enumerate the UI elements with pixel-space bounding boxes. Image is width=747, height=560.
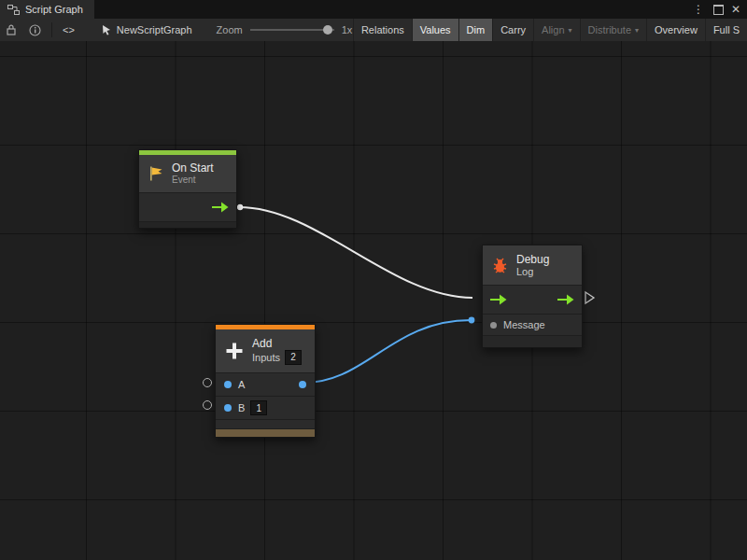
zoom-value: 1x: [342, 24, 353, 35]
graph-toolbar: <> NewScriptGraph Zoom 1x Relations Valu…: [0, 19, 747, 42]
window-menu-icon[interactable]: ⋮: [691, 4, 706, 15]
chevron-down-icon: ▾: [569, 26, 572, 35]
tab-script-graph[interactable]: Script Graph: [0, 0, 94, 19]
add-inputs-label: Inputs: [252, 352, 280, 363]
add-footer: [216, 428, 315, 437]
on-start-subtitle: Event: [172, 175, 214, 186]
wire-onstart-to-debug[interactable]: [239, 207, 472, 298]
zoom-label: Zoom: [217, 24, 243, 35]
maximize-icon[interactable]: [713, 5, 724, 15]
fullscreen-button[interactable]: Full S: [705, 19, 747, 41]
debug-flow-row: [483, 285, 582, 314]
debug-message-row: Message: [483, 314, 582, 335]
port-b-label: B: [238, 402, 245, 413]
wire-start-dot: [237, 204, 243, 210]
node-debug-log[interactable]: Debug Log Message: [482, 245, 583, 348]
graph-canvas[interactable]: On Start Event: [0, 41, 747, 560]
node-add[interactable]: Add Inputs 2 A B 1: [215, 324, 316, 438]
graph-asset[interactable]: NewScriptGraph: [102, 24, 192, 35]
title-bar: Script Graph ⋮ ✕: [0, 0, 747, 19]
wire-layer: [0, 41, 747, 560]
debug-header[interactable]: Debug Log: [483, 245, 582, 285]
debug-footer: [483, 335, 582, 347]
add-spacer: [216, 419, 315, 428]
message-port-dot[interactable]: [490, 322, 497, 329]
carry-button[interactable]: Carry: [492, 19, 533, 41]
tab-title: Script Graph: [25, 4, 83, 15]
add-inputs-count-field[interactable]: 2: [285, 350, 302, 365]
flag-icon: [148, 165, 164, 182]
flow-input-arrow-icon[interactable]: [490, 294, 507, 305]
align-dropdown[interactable]: Align ▾: [533, 19, 579, 41]
values-button[interactable]: Values: [412, 19, 458, 41]
lock-icon[interactable]: [0, 19, 22, 41]
message-port-label: Message: [503, 319, 545, 330]
on-start-footer: [139, 221, 236, 228]
flow-output-arrow-icon[interactable]: [212, 202, 229, 213]
port-a-dot[interactable]: [224, 381, 232, 388]
graph-tab-icon: [7, 5, 20, 15]
overview-button[interactable]: Overview: [646, 19, 705, 41]
port-b-dot[interactable]: [224, 404, 232, 412]
add-port-a-row: A: [216, 372, 315, 396]
graph-asset-icon: [102, 24, 112, 35]
on-start-header[interactable]: On Start Event: [139, 155, 236, 192]
add-title: Add: [252, 337, 302, 350]
toolbar-buttons: Relations Values Dim Carry Align ▾ Distr…: [353, 19, 747, 41]
port-a-literal-ring[interactable]: [203, 378, 212, 387]
toolbar-separator: [51, 22, 52, 37]
add-header[interactable]: Add Inputs 2: [216, 329, 315, 372]
zoom-slider-knob[interactable]: [323, 25, 332, 35]
align-label: Align: [542, 24, 564, 35]
close-icon[interactable]: ✕: [731, 4, 740, 15]
flow-output-arrow-icon[interactable]: [557, 294, 574, 305]
add-subtitle: Inputs 2: [252, 350, 302, 365]
chevron-down-icon: ▾: [635, 26, 639, 35]
distribute-label: Distribute: [588, 24, 631, 35]
flow-continue-triangle-icon: [585, 292, 594, 303]
zoom-control: Zoom 1x: [217, 24, 353, 35]
debug-title: Debug: [516, 253, 549, 266]
zoom-slider[interactable]: [250, 29, 334, 31]
info-icon[interactable]: [22, 19, 48, 41]
graph-name-label: NewScriptGraph: [117, 24, 192, 35]
on-start-title: On Start: [172, 161, 214, 175]
code-icon[interactable]: <>: [56, 19, 81, 41]
relations-button[interactable]: Relations: [353, 19, 412, 41]
wire-add-to-message[interactable]: [301, 320, 471, 383]
dim-button[interactable]: Dim: [458, 19, 493, 41]
distribute-dropdown[interactable]: Distribute ▾: [580, 19, 646, 41]
plus-icon: [224, 341, 245, 361]
port-a-label: A: [238, 379, 245, 390]
on-start-flow-row: [139, 192, 236, 221]
port-b-value-field[interactable]: 1: [250, 400, 267, 415]
add-output-dot[interactable]: [299, 381, 306, 388]
debug-subtitle: Log: [516, 266, 549, 277]
wire-end-dot: [469, 317, 475, 324]
node-on-start[interactable]: On Start Event: [138, 149, 237, 229]
bug-icon: [491, 257, 509, 274]
port-b-literal-ring[interactable]: [203, 400, 212, 410]
add-port-b-row: B 1: [216, 396, 315, 419]
